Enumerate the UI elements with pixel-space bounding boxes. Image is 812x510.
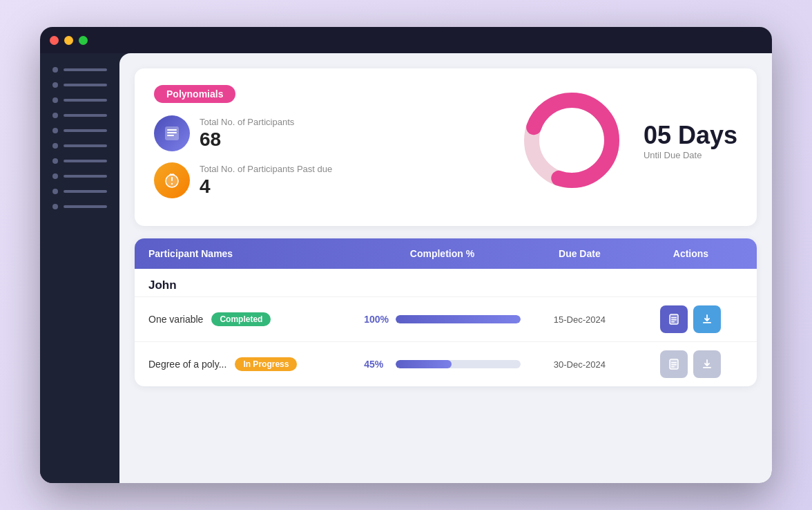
sidebar-dot xyxy=(52,67,58,73)
stats-left: Polynomials Total No. of Participants xyxy=(154,85,516,209)
sidebar-line xyxy=(64,114,107,117)
status-badge: Completed xyxy=(211,312,271,326)
sidebar-dot xyxy=(52,158,58,164)
row-name: One variable xyxy=(148,314,203,325)
sidebar-line xyxy=(64,68,107,71)
group-header-john: John xyxy=(135,269,757,296)
row-due-date: 15-Dec-2024 xyxy=(528,314,632,325)
report-button-disabled[interactable] xyxy=(660,350,688,378)
sidebar-line xyxy=(64,190,107,193)
participants-icon xyxy=(154,115,190,151)
svg-rect-1 xyxy=(167,129,177,131)
sidebar-dot xyxy=(52,128,58,133)
report-button[interactable] xyxy=(660,305,688,333)
participants-stat: Total No. of Participants 68 xyxy=(200,117,294,151)
donut-chart xyxy=(516,85,627,196)
svg-rect-5 xyxy=(171,177,173,181)
progress-bar-fill xyxy=(396,360,452,368)
maximize-button[interactable] xyxy=(79,36,88,45)
row-name-status: Degree of a poly... In Progress xyxy=(148,357,357,371)
download-button-disabled[interactable] xyxy=(693,350,721,378)
participants-value: 68 xyxy=(200,129,294,151)
sidebar-item-9[interactable] xyxy=(52,189,107,194)
sidebar-dot xyxy=(52,143,58,149)
app-body: Polynomials Total No. of Participants xyxy=(40,53,772,483)
row-actions xyxy=(639,305,743,333)
svg-rect-15 xyxy=(671,321,675,323)
sidebar-line xyxy=(64,99,107,102)
svg-rect-3 xyxy=(167,135,174,136)
app-window: Polynomials Total No. of Participants xyxy=(40,27,772,483)
th-due-date: Due Date xyxy=(528,248,632,259)
participants-label: Total No. of Participants xyxy=(200,117,294,127)
svg-rect-2 xyxy=(167,132,177,133)
completion-pct: 100% xyxy=(364,314,389,325)
sidebar-item-1[interactable] xyxy=(52,67,107,73)
past-due-stat: Total No. of Participants Past due 4 xyxy=(200,164,332,198)
titlebar xyxy=(40,27,772,53)
table-row: Degree of a poly... In Progress 45% 30-D… xyxy=(135,341,757,386)
sidebar-line xyxy=(64,129,107,132)
progress-bar-bg xyxy=(396,360,521,368)
sidebar-item-6[interactable] xyxy=(52,143,107,149)
svg-rect-18 xyxy=(671,362,677,363)
sidebar-dot xyxy=(52,189,58,194)
download-button[interactable] xyxy=(693,305,721,333)
row-name: Degree of a poly... xyxy=(148,359,226,370)
past-due-value: 4 xyxy=(200,176,332,198)
table-header: Participant Names Completion % Due Date … xyxy=(135,238,757,269)
close-button[interactable] xyxy=(50,36,59,45)
past-due-icon xyxy=(154,162,190,198)
svg-rect-7 xyxy=(169,174,175,176)
sidebar-item-3[interactable] xyxy=(52,97,107,103)
stats-card: Polynomials Total No. of Participants xyxy=(135,68,757,226)
sidebar-dot xyxy=(52,204,58,209)
th-name: Participant Names xyxy=(148,248,357,259)
progress-bar-bg xyxy=(396,315,521,323)
row-completion: 45% xyxy=(364,359,521,370)
svg-rect-19 xyxy=(671,364,677,366)
minimize-button[interactable] xyxy=(64,36,73,45)
sidebar-line xyxy=(64,144,107,147)
sidebar-line xyxy=(64,205,107,208)
sidebar-dot xyxy=(52,97,58,103)
sidebar-dot xyxy=(52,173,58,179)
participants-stat-row: Total No. of Participants 68 xyxy=(154,115,516,151)
svg-rect-21 xyxy=(703,367,711,368)
sidebar-item-5[interactable] xyxy=(52,128,107,133)
sidebar-item-10[interactable] xyxy=(52,204,107,209)
svg-rect-8 xyxy=(171,173,172,176)
past-due-stat-row: Total No. of Participants Past due 4 xyxy=(154,162,516,198)
completion-pct: 45% xyxy=(364,359,389,370)
svg-point-6 xyxy=(171,183,173,185)
sidebar-item-2[interactable] xyxy=(52,82,107,88)
svg-rect-14 xyxy=(671,319,677,321)
sidebar-item-7[interactable] xyxy=(52,158,107,164)
sidebar-item-4[interactable] xyxy=(52,113,107,118)
main-content: Polynomials Total No. of Participants xyxy=(119,53,772,483)
sidebar-dot xyxy=(52,82,58,88)
donut-section: 05 Days Until Due Date xyxy=(516,85,737,196)
row-name-status: One variable Completed xyxy=(148,312,357,326)
sidebar-line xyxy=(64,84,107,86)
progress-bar-fill xyxy=(396,315,521,323)
th-actions: Actions xyxy=(639,248,743,259)
row-actions xyxy=(639,350,743,378)
svg-rect-9 xyxy=(173,173,174,176)
days-info: 05 Days Until Due Date xyxy=(644,121,737,160)
sidebar-item-8[interactable] xyxy=(52,173,107,179)
sidebar-line xyxy=(64,175,107,178)
days-label: Until Due Date xyxy=(644,150,702,160)
row-due-date: 30-Dec-2024 xyxy=(528,359,632,370)
svg-rect-13 xyxy=(671,317,677,319)
table-row: One variable Completed 100% 15-Dec-2024 xyxy=(135,296,757,341)
th-completion: Completion % xyxy=(364,248,521,259)
days-number: 05 Days xyxy=(644,121,737,150)
sidebar-line xyxy=(64,160,107,162)
topic-tag: Polynomials xyxy=(154,85,235,103)
row-completion: 100% xyxy=(364,314,521,325)
svg-rect-20 xyxy=(671,366,675,368)
sidebar xyxy=(40,53,119,483)
past-due-label: Total No. of Participants Past due xyxy=(200,164,332,174)
sidebar-dot xyxy=(52,113,58,118)
